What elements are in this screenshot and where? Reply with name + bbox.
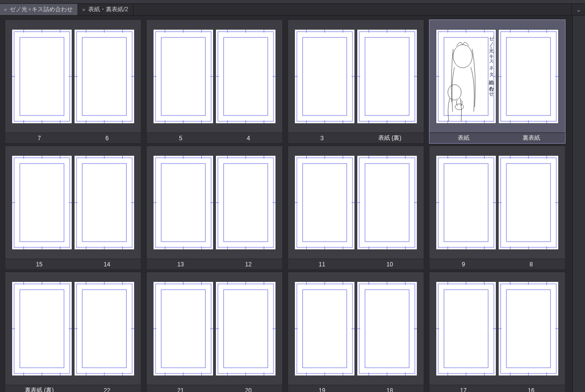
spread-thumbnail[interactable]: 1918 [288,272,424,392]
page-label-left: 表紙 [429,133,497,143]
spread-preview [288,20,424,132]
spread-preview [147,20,282,132]
spread-label-bar: 表紙裏表紙 [429,132,565,143]
page-canvas [436,281,496,376]
page-label-right: 10 [356,259,424,269]
spread-preview [288,272,424,385]
tab-strip-spacer [134,4,571,15]
page-label-left: 9 [429,259,497,269]
spread-preview [429,146,565,259]
page-label-left: 7 [5,133,73,143]
page-canvas [215,281,276,376]
svg-rect-245 [436,282,496,375]
spread-label-bar: 54 [147,132,282,143]
svg-rect-168 [499,156,558,249]
spread-label-bar: 98 [429,259,565,269]
svg-rect-234 [357,282,417,375]
chevron-down-icon: ⌄ [576,6,581,13]
svg-rect-80 [499,30,558,123]
page-canvas [357,281,417,376]
svg-rect-102 [75,156,134,249]
spread-label-bar: 2120 [147,385,282,392]
page-canvas [12,29,72,124]
spread-thumbnail[interactable]: 2120 [146,272,283,392]
svg-rect-157 [436,156,496,249]
svg-rect-44 [295,30,354,123]
document-tab-label: ゼノ光♀キス詰め合わせ [10,5,73,14]
spread-preview [147,146,282,259]
page-canvas [12,281,72,376]
spread-label-bar: 1312 [147,259,282,269]
page-canvas [436,155,496,250]
tab-overflow-button[interactable]: ⌄ [571,4,585,15]
page-canvas [498,281,559,376]
spread-preview [288,146,424,259]
svg-rect-212 [216,282,275,375]
svg-rect-256 [499,282,558,375]
page-canvas [153,155,214,250]
page-label-right: 22 [73,385,141,392]
spread-label-bar: 1514 [5,259,141,269]
page-label-left: 17 [429,385,497,392]
page-canvas [294,281,355,376]
svg-rect-179 [12,282,72,375]
page-canvas [74,281,135,376]
spread-thumbnail[interactable]: 3表紙 (裏) [288,19,424,144]
spread-label-bar: 76 [5,132,141,143]
page-label-left: 5 [147,133,214,143]
page-label-right: 16 [497,385,565,392]
close-icon[interactable]: × [4,7,7,13]
spread-thumbnail[interactable]: 1716 [429,272,566,392]
svg-rect-113 [154,156,213,249]
spread-thumbnail[interactable]: 1514 [5,146,141,270]
spread-thumbnail[interactable]: 裏表紙 (裏)22 [5,272,141,392]
page-canvas: ゼノ光♀キスネタ 詰め合わせ [436,29,496,124]
spread-thumbnail[interactable]: 98 [429,146,566,270]
svg-rect-190 [75,282,134,375]
page-canvas [153,29,214,124]
page-label-right: 14 [73,259,141,269]
spread-thumbnail-grid: 76 [0,16,572,392]
svg-rect-0 [12,30,72,123]
page-canvas [153,281,214,376]
spread-thumbnail[interactable]: 1312 [146,146,283,270]
spread-thumbnail[interactable]: ゼノ光♀キスネタ 詰め合わせ 表紙裏表紙 [429,19,566,144]
page-canvas [74,29,135,124]
spread-thumbnail[interactable]: 1110 [288,146,424,270]
svg-rect-91 [12,156,72,249]
document-tab-0[interactable]: × ゼノ光♀キス詰め合わせ [0,4,78,15]
page-canvas [498,29,559,124]
page-label-left: 21 [147,385,214,392]
page-label-left: 裏表紙 (裏) [5,385,73,392]
svg-rect-33 [216,30,275,123]
page-canvas [294,29,355,124]
svg-rect-11 [75,30,134,123]
page-label-left: 13 [147,259,214,269]
spread-preview [429,272,565,385]
page-canvas [498,155,559,250]
spread-preview [5,272,141,385]
cover-title-line: 詰め合わせ [488,75,494,94]
svg-rect-22 [154,30,213,123]
cover-title-text: ゼノ光♀キスネタ 詰め合わせ [436,30,496,123]
close-icon[interactable]: × [82,7,85,13]
document-tab-strip: × ゼノ光♀キス詰め合わせ × 表紙・裏表紙/2 ⌄ [0,4,585,16]
spread-label-bar: 1110 [288,259,424,269]
page-label-right: 4 [214,133,282,143]
spread-preview [5,146,141,259]
page-label-left: 15 [5,259,73,269]
spread-preview: ゼノ光♀キスネタ 詰め合わせ [429,20,565,132]
page-label-right: 8 [497,259,565,269]
page-label-right: 18 [356,385,424,392]
page-label-right: 6 [73,133,141,143]
spread-thumbnail[interactable]: 54 [146,19,283,144]
spread-label-bar: 3表紙 (裏) [288,132,424,143]
page-canvas [74,155,135,250]
document-tab-1[interactable]: × 表紙・裏表紙/2 [78,4,133,15]
page-label-right: 12 [214,259,282,269]
spread-thumbnail[interactable]: 76 [5,19,141,144]
page-canvas [12,155,72,250]
spread-label-bar: 1918 [288,385,424,392]
cover-title-line: ゼノ光♀キスネタ [488,33,494,74]
spread-preview [147,272,282,385]
